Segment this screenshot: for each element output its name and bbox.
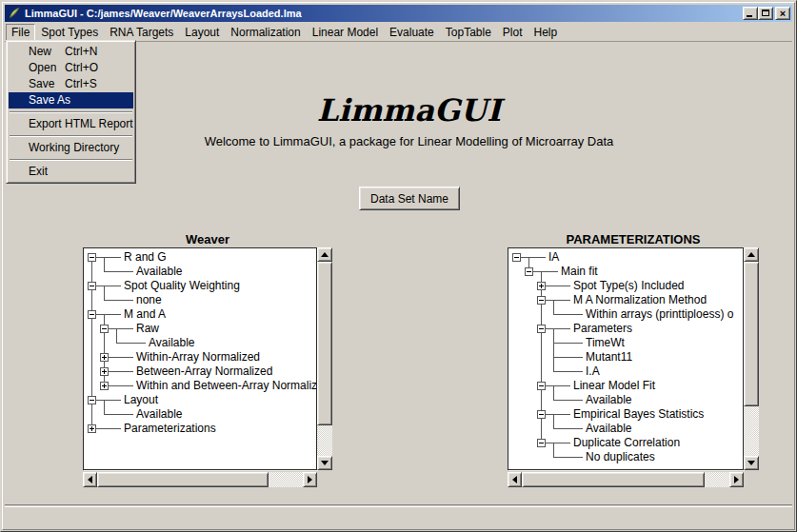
scrollbar-thumb[interactable] (97, 472, 269, 487)
tree-collapse-box[interactable] (88, 310, 96, 319)
tree-node-label[interactable]: Available (136, 265, 182, 279)
scroll-right-button[interactable] (729, 472, 744, 487)
tree-node-label[interactable]: Linear Model Fit (573, 379, 655, 393)
tree-indent (86, 350, 98, 365)
scrollbar-track[interactable] (269, 472, 303, 487)
tree-node-label[interactable]: R and G (124, 250, 167, 265)
tree-collapse-box[interactable] (537, 325, 546, 333)
weaver-vertical-scrollbar[interactable] (317, 247, 332, 470)
tree-collapse-box[interactable] (525, 267, 533, 276)
tree-collapse-box[interactable] (88, 253, 96, 262)
tree-expand-box[interactable] (100, 353, 109, 362)
scrollbar-track[interactable] (744, 406, 759, 456)
tree-expand-box[interactable] (88, 424, 96, 433)
tree-node-label[interactable]: Within arrays (printtiploess) o (586, 307, 733, 322)
tree-line (96, 257, 121, 258)
weaver-horizontal-scrollbar[interactable] (83, 472, 317, 487)
menu-item-open[interactable]: OpenCtrl+O (9, 60, 133, 76)
tree-node-label[interactable]: Empirical Bayes Statistics (573, 407, 704, 422)
tree-connector (548, 450, 583, 464)
tree-expand-box[interactable] (100, 367, 109, 376)
tree-node-label[interactable]: Layout (124, 393, 158, 407)
feather-icon (7, 6, 22, 21)
tree-node-label[interactable]: M A Normalization Method (573, 293, 707, 307)
tree-node-label[interactable]: Available (586, 393, 631, 407)
tree-node-label[interactable]: M and A (124, 307, 166, 322)
menubar-item-spot-types[interactable]: Spot Types (35, 24, 104, 41)
tree-node-label[interactable]: I.A (586, 365, 600, 379)
tree-node-label[interactable]: Between-Array Normalized (136, 365, 272, 379)
menubar-item-rna-targets[interactable]: RNA Targets (104, 24, 179, 41)
tree-collapse-box[interactable] (537, 439, 546, 447)
tree-node-label[interactable]: Available (149, 336, 194, 350)
tree-node-label[interactable]: Mutant11 (586, 350, 632, 365)
tree-node-label[interactable]: No duplicates (586, 450, 655, 464)
minus-glyph (539, 414, 544, 415)
tree-connector (535, 407, 570, 422)
tree-collapse-box[interactable] (537, 410, 546, 419)
arrow-left-icon (512, 476, 517, 483)
menubar-item-evaluate[interactable]: Evaluate (384, 24, 440, 41)
menubar-item-file[interactable]: File (6, 24, 35, 41)
minimize-icon (747, 15, 752, 17)
menubar-item-help[interactable]: Help (528, 24, 564, 41)
tree-line (546, 385, 570, 386)
tree-node-label[interactable]: Main fit (561, 265, 598, 279)
parameterizations-vertical-scrollbar[interactable] (744, 247, 759, 470)
menubar-item-layout[interactable]: Layout (179, 24, 225, 41)
scroll-down-button[interactable] (317, 456, 332, 470)
minimize-button[interactable] (743, 7, 758, 20)
tree-node-label[interactable]: IA (548, 250, 559, 265)
tree-node-label[interactable]: Spot Type(s) Included (573, 279, 685, 293)
scroll-right-button[interactable] (303, 472, 317, 487)
menubar-item-linear-model[interactable]: Linear Model (307, 24, 384, 41)
tree-collapse-box[interactable] (88, 396, 96, 404)
menubar-item-normalization[interactable]: Normalization (225, 24, 306, 41)
scroll-left-button[interactable] (83, 472, 97, 487)
parameterizations-horizontal-scrollbar[interactable] (508, 472, 744, 487)
tree-node-label[interactable]: Spot Quality Weighting (124, 279, 240, 293)
scrollbar-track[interactable] (705, 472, 729, 487)
tree-node-label[interactable]: TimeWt (586, 336, 625, 350)
menu-item-working-directory[interactable]: Working Directory (9, 140, 133, 156)
scroll-left-button[interactable] (508, 472, 522, 487)
menu-item-new[interactable]: NewCtrl+N (9, 44, 133, 60)
scrollbar-track[interactable] (317, 425, 332, 456)
menu-item-save-as[interactable]: Save As (9, 92, 133, 108)
title-bar[interactable]: LimmaGUI - C:/james/Weaver/WeaverArraysL… (5, 5, 792, 22)
tree-expand-box[interactable] (100, 382, 109, 390)
scrollbar-thumb[interactable] (522, 472, 705, 487)
menubar-item-toptable[interactable]: TopTable (440, 24, 497, 41)
tree-node-label[interactable]: Parameterizations (124, 422, 216, 436)
data-set-name-button[interactable]: Data Set Name (359, 187, 460, 210)
menu-item-exit[interactable]: Exit (9, 164, 133, 180)
tree-node-label[interactable]: Raw (136, 322, 159, 336)
menu-item-export-html-report[interactable]: Export HTML Report (9, 116, 133, 132)
scroll-up-button[interactable] (317, 247, 332, 262)
tree-line (104, 401, 105, 407)
tree-collapse-box[interactable] (537, 296, 546, 305)
tree-node-label[interactable]: none (136, 293, 162, 307)
scroll-down-button[interactable] (744, 456, 759, 470)
scroll-up-button[interactable] (744, 247, 759, 262)
tree-row: Mutant11 (510, 350, 743, 365)
scrollbar-thumb[interactable] (744, 262, 759, 406)
tree-collapse-box[interactable] (537, 382, 546, 390)
tree-expand-box[interactable] (537, 282, 546, 290)
tree-node-label[interactable]: Available (586, 422, 631, 436)
tree-node-label[interactable]: Available (136, 407, 182, 422)
tree-collapse-box[interactable] (88, 282, 96, 290)
menubar-item-plot[interactable]: Plot (497, 24, 528, 41)
tree-collapse-box[interactable] (100, 325, 109, 333)
menu-item-save[interactable]: SaveCtrl+S (9, 76, 133, 92)
tree-node-label[interactable]: Within-Array Normalized (136, 350, 260, 365)
scrollbar-thumb[interactable] (317, 262, 332, 425)
tree-node-label[interactable]: Parameters (573, 322, 632, 336)
tree-collapse-box[interactable] (512, 253, 521, 262)
arrow-down-icon (747, 461, 755, 465)
close-button[interactable]: × (775, 7, 790, 20)
tree-indent (510, 307, 523, 322)
maximize-button[interactable] (758, 7, 773, 20)
tree-node-label[interactable]: Duplicate Correlation (573, 436, 680, 450)
tree-node-label[interactable]: Within and Between-Array Normalized (136, 379, 317, 393)
